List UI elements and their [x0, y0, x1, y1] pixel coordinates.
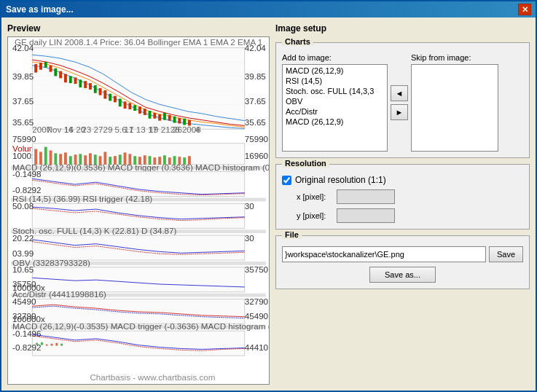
svg-rect-46	[183, 119, 186, 125]
svg-rect-21	[59, 71, 62, 79]
file-inner: Save Save as...	[282, 246, 523, 283]
svg-rect-19	[50, 66, 52, 72]
svg-rect-137	[60, 344, 63, 346]
svg-rect-40	[153, 113, 156, 119]
svg-rect-36	[133, 105, 136, 111]
list-item-stoch[interactable]: Stoch. osc. FULL (14,3,3	[283, 86, 386, 96]
svg-text:37.65: 37.65	[12, 96, 34, 106]
move-right-button[interactable]: ►	[391, 104, 408, 120]
y-pixel-row: y [pixel]:	[282, 208, 523, 223]
svg-text:75990: 75990	[12, 134, 36, 144]
close-button[interactable]: ✕	[518, 4, 531, 15]
svg-rect-16	[34, 64, 37, 73]
svg-text:44410: 44410	[245, 342, 269, 352]
skip-from-image-column: Skip from image:	[411, 53, 498, 152]
svg-rect-120	[32, 299, 244, 324]
image-setup-label: Image setup	[275, 23, 530, 34]
y-pixel-input[interactable]	[337, 208, 395, 223]
x-pixel-row: x [pixel]:	[282, 189, 523, 204]
original-resolution-label: Original resolution (1:1)	[295, 175, 386, 185]
main-content: Preview GE daily LIN 2008.1.4 Price: 36.…	[1, 17, 536, 391]
svg-rect-17	[39, 63, 42, 70]
svg-rect-29	[99, 88, 102, 95]
file-path-row: Save	[282, 246, 523, 262]
svg-text:Chartbasis - www.chartbasis.co: Chartbasis - www.chartbasis.com	[90, 372, 215, 382]
svg-rect-38	[144, 109, 146, 115]
svg-rect-31	[109, 94, 111, 101]
svg-rect-102	[32, 203, 244, 228]
add-to-image-column: Add to image: MACD (26,12,9) RSI (14,5) …	[282, 53, 388, 152]
file-section-title: File	[282, 230, 302, 239]
original-resolution-row: Original resolution (1:1)	[282, 175, 523, 185]
svg-rect-22	[64, 74, 67, 83]
svg-text:37.65: 37.65	[245, 96, 266, 106]
move-left-button[interactable]: ◄	[391, 85, 408, 101]
svg-rect-32	[114, 96, 117, 103]
list-item-macd1[interactable]: MACD (26,12,9)	[283, 66, 386, 76]
add-to-image-list[interactable]: MACD (26,12,9) RSI (14,5) Stoch. osc. FU…	[282, 64, 388, 152]
svg-rect-35	[128, 103, 131, 109]
svg-rect-20	[54, 68, 57, 77]
svg-rect-45	[178, 118, 181, 124]
svg-text:MACD (26,12,9)(-0.3535)  MACD : MACD (26,12,9)(-0.3535) MACD trigger (-0…	[12, 321, 269, 331]
svg-text:03.99: 03.99	[12, 248, 34, 258]
svg-text:35.65: 35.65	[245, 117, 266, 127]
svg-rect-128	[32, 331, 244, 356]
svg-rect-42	[163, 113, 166, 120]
svg-text:10.65: 10.65	[12, 264, 34, 274]
svg-text:45490: 45490	[12, 297, 36, 306]
svg-rect-135	[51, 344, 53, 346]
skip-from-image-list[interactable]	[411, 64, 498, 152]
arrow-buttons: ◄ ►	[391, 85, 408, 120]
resolution-section: Resolution Original resolution (1:1) x […	[275, 164, 530, 230]
svg-rect-26	[84, 81, 87, 88]
window-title: Save as image...	[6, 4, 74, 15]
file-path-input[interactable]	[282, 246, 486, 262]
svg-text:30: 30	[245, 201, 254, 211]
resolution-section-title: Resolution	[282, 159, 329, 168]
chart-preview-area: GE daily LIN 2008.1.4 Price: 36.04 Bolli…	[7, 36, 270, 385]
svg-rect-107	[32, 235, 244, 260]
svg-rect-33	[119, 99, 122, 107]
x-pixel-label: x [pixel]:	[297, 192, 333, 201]
svg-text:16960: 16960	[245, 151, 269, 160]
right-panel: Image setup Charts Add to image: MACD (2…	[275, 23, 530, 385]
list-item-obv[interactable]: OBV	[283, 96, 386, 106]
svg-rect-27	[89, 83, 92, 90]
save-button[interactable]: Save	[489, 246, 523, 262]
svg-text:50.08: 50.08	[12, 201, 34, 211]
list-item-rsi[interactable]: RSI (14,5)	[283, 76, 386, 86]
svg-text:45490: 45490	[245, 311, 269, 321]
charts-section-title: Charts	[282, 37, 313, 46]
original-resolution-checkbox[interactable]	[282, 176, 291, 185]
svg-rect-41	[158, 114, 161, 121]
skip-from-image-label: Skip from image:	[411, 53, 498, 62]
svg-text:Stoch. osc. FULL (14,3)  K (22: Stoch. osc. FULL (14,3) K (22.81) D (34.…	[12, 226, 176, 235]
svg-rect-34	[124, 101, 127, 109]
svg-rect-37	[138, 106, 141, 114]
save-as-button[interactable]: Save as...	[369, 267, 436, 283]
svg-text:20.22: 20.22	[12, 233, 34, 243]
svg-rect-24	[74, 77, 77, 84]
list-item-macd2[interactable]: MACD (26,12,9)	[283, 117, 386, 127]
resolution-inner: Original resolution (1:1) x [pixel]: y […	[282, 175, 523, 223]
svg-text:42.04: 42.04	[245, 43, 267, 52]
charts-section: Charts Add to image: MACD (26,12,9) RSI …	[275, 42, 530, 158]
svg-text:GE  daily LIN 2008.1.4  Price:: GE daily LIN 2008.1.4 Price: 36.04 Bolli…	[15, 37, 262, 47]
y-pixel-label: y [pixel]:	[297, 211, 333, 220]
svg-rect-2	[32, 48, 244, 130]
svg-rect-30	[103, 90, 106, 99]
svg-rect-134	[46, 345, 48, 346]
svg-rect-136	[55, 343, 58, 346]
x-pixel-input[interactable]	[337, 189, 395, 204]
svg-text:42.04: 42.04	[12, 43, 34, 52]
svg-text:35750: 35750	[245, 264, 269, 274]
titlebar: Save as image... ✕	[1, 1, 536, 17]
svg-text:75990: 75990	[245, 134, 269, 144]
charts-inner: Add to image: MACD (26,12,9) RSI (14,5) …	[282, 53, 523, 152]
list-item-accdistr[interactable]: Acc/Distr	[283, 106, 386, 117]
svg-text:-0.1498: -0.1498	[12, 169, 41, 179]
svg-text:23 27: 23 27	[82, 125, 103, 134]
svg-rect-113	[32, 267, 244, 292]
svg-rect-44	[173, 117, 176, 123]
